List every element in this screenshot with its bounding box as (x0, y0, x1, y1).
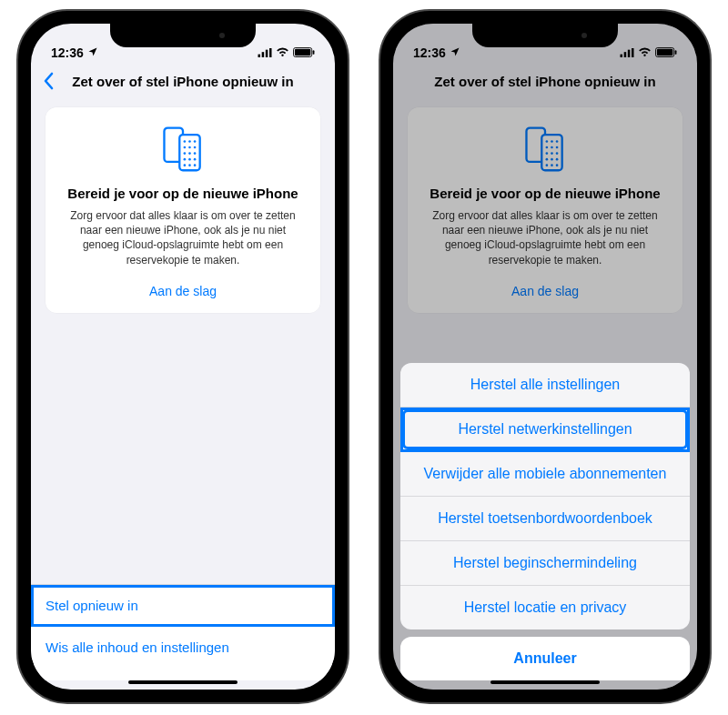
svg-point-19 (188, 158, 191, 161)
reset-action-sheet: Herstel alle instellingen Herstel netwer… (400, 363, 690, 680)
svg-point-22 (188, 164, 191, 166)
notch (472, 24, 618, 47)
location-icon (87, 45, 98, 60)
sheet-reset-home-layout[interactable]: Herstel beginschermindeling (400, 541, 690, 586)
nav-bar: Zet over of stel iPhone opnieuw in (31, 62, 335, 100)
svg-rect-6 (313, 50, 315, 55)
home-indicator[interactable] (490, 680, 600, 684)
svg-point-14 (194, 146, 197, 149)
sheet-reset-location-privacy[interactable]: Herstel locatie en privacy (400, 586, 690, 629)
cellular-icon (258, 45, 272, 60)
svg-rect-0 (258, 55, 261, 57)
page-title: Zet over of stel iPhone opnieuw in (72, 74, 293, 89)
bottom-list: Stel opnieuw in Wis alle inhoud en inste… (31, 584, 335, 680)
svg-point-13 (188, 146, 191, 149)
svg-point-10 (188, 140, 191, 143)
sheet-remove-cellular-plans[interactable]: Verwijder alle mobiele abonnementen (400, 452, 690, 497)
svg-rect-1 (262, 52, 265, 57)
card-title: Bereid je voor op de nieuwe iPhone (60, 186, 306, 201)
status-time: 12:36 (51, 45, 84, 60)
device-frame-right: 12:36 Zet over of stel iPhone opnieuw in (379, 9, 712, 704)
svg-point-17 (194, 152, 197, 155)
svg-point-18 (184, 158, 187, 161)
svg-point-15 (184, 152, 187, 155)
sheet-reset-network[interactable]: Herstel netwerkinstellingen (400, 408, 690, 452)
screen-left: 12:36 Zet over of stel (31, 24, 335, 690)
get-started-link[interactable]: Aan de slag (60, 284, 306, 298)
sheet-options: Herstel alle instellingen Herstel netwer… (400, 363, 690, 629)
svg-rect-5 (295, 49, 310, 55)
sheet-cancel-button[interactable]: Annuleer (400, 637, 690, 680)
svg-point-9 (184, 140, 187, 143)
home-indicator[interactable] (128, 680, 238, 684)
svg-rect-3 (269, 48, 272, 57)
sheet-reset-keyboard-dictionary[interactable]: Herstel toetsenbordwoordenboek (400, 497, 690, 541)
wifi-icon (276, 45, 289, 60)
back-button[interactable] (42, 72, 55, 90)
notch (110, 24, 256, 47)
screen-right: 12:36 Zet over of stel iPhone opnieuw in (393, 24, 697, 690)
svg-point-21 (184, 164, 187, 166)
sheet-reset-all-settings[interactable]: Herstel alle instellingen (400, 363, 690, 408)
prepare-card: Bereid je voor op de nieuwe iPhone Zorg … (46, 107, 320, 313)
svg-point-20 (194, 158, 197, 161)
svg-point-23 (194, 164, 197, 166)
reset-row[interactable]: Stel opnieuw in (31, 585, 335, 627)
svg-point-12 (184, 146, 187, 149)
svg-point-11 (194, 140, 197, 143)
erase-row[interactable]: Wis alle inhoud en instellingen (31, 627, 335, 668)
svg-rect-2 (266, 50, 268, 57)
device-frame-left: 12:36 Zet over of stel (16, 9, 349, 704)
transfer-phones-icon (60, 124, 306, 173)
battery-icon (293, 45, 315, 60)
svg-point-16 (188, 152, 191, 155)
card-body: Zorg ervoor dat alles klaar is om over t… (60, 208, 306, 267)
